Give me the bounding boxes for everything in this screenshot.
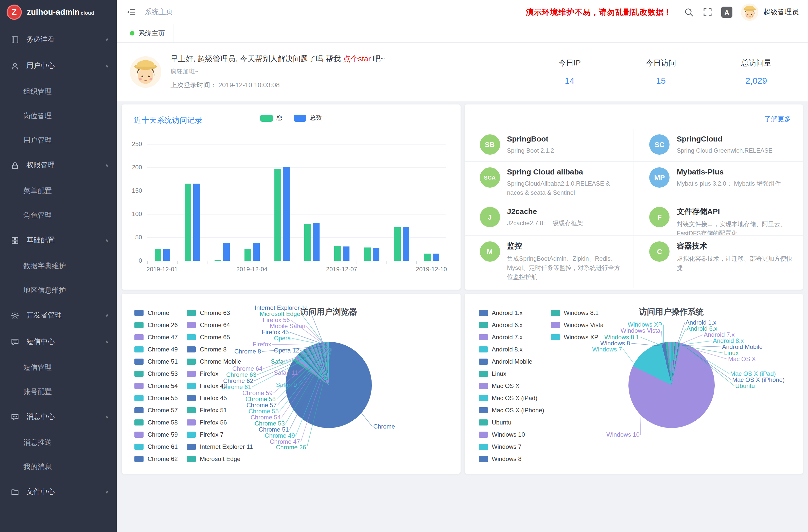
sidebar-subitem[interactable]: 用户管理 (0, 128, 117, 152)
legend-item[interactable]: Chrome 65 (187, 331, 239, 343)
legend-item[interactable]: Chrome (134, 307, 187, 319)
legend-item[interactable]: Chrome 61 (134, 441, 187, 453)
pie-legend: Android 1.xAndroid 6.xAndroid 7.xAndroid… (479, 307, 623, 465)
breadcrumb[interactable]: 系统主页 (145, 7, 173, 17)
sidebar-subitem[interactable]: 角色管理 (0, 203, 117, 227)
sidebar-subitem[interactable]: 短信管理 (0, 355, 117, 379)
legend-item[interactable]: Chrome 8 (187, 343, 239, 355)
bar-group[interactable] (417, 144, 446, 261)
legend-item[interactable]: Mac OS X (iPad) (479, 392, 551, 404)
fullscreen-icon[interactable] (702, 7, 713, 17)
pie-callout-label: Safari 9 (276, 382, 297, 388)
legend-item[interactable]: Firefox 42 (187, 380, 239, 392)
legend-item[interactable]: Android Mobile (479, 355, 551, 368)
legend-item[interactable]: Chrome 47 (134, 331, 187, 343)
sidebar-subitem[interactable]: 组织管理 (0, 79, 117, 104)
logo[interactable]: Z zuihou-admincloud (0, 0, 117, 24)
legend-item[interactable]: Chrome 64 (187, 319, 239, 331)
sidebar-item[interactable]: 基础配置∧ (0, 227, 117, 254)
browser-pie[interactable] (286, 342, 372, 428)
legend-swatch (187, 444, 196, 450)
legend-item[interactable]: Firefox (187, 368, 239, 380)
legend-item[interactable]: Firefox 51 (187, 404, 239, 416)
legend-item[interactable]: Windows 7 (479, 441, 551, 453)
legend-item[interactable]: Firefox 45 (187, 392, 239, 404)
legend-item-total[interactable]: 总数 (294, 114, 322, 122)
search-icon[interactable] (684, 7, 694, 17)
bar-group[interactable] (327, 144, 356, 261)
star-link[interactable]: 点个star (343, 54, 371, 63)
sidebar-subitem[interactable]: 消息推送 (0, 430, 117, 454)
legend-item[interactable]: Windows Vista (551, 319, 623, 331)
bar-group[interactable] (386, 144, 417, 261)
legend-item[interactable]: Chrome 51 (134, 355, 187, 368)
sidebar-subitem[interactable]: 岗位管理 (0, 104, 117, 128)
legend-item[interactable]: Linux (479, 368, 551, 380)
legend-item[interactable]: Chrome Mobile (187, 355, 239, 368)
sidebar-subitem[interactable]: 数据字典维护 (0, 254, 117, 278)
legend-item[interactable]: Chrome 59 (134, 428, 187, 441)
legend-item[interactable]: Chrome 62 (134, 453, 187, 465)
sidebar-item[interactable]: 文件中心∨ (0, 479, 117, 505)
learn-more-link[interactable]: 了解更多 (765, 115, 791, 124)
collapse-sidebar-icon[interactable] (126, 7, 136, 17)
sidebar-item[interactable]: 务必详看∨ (0, 26, 117, 53)
sidebar-item[interactable]: 用户中心∧ (0, 53, 117, 79)
sidebar-item[interactable]: 开发者管理∨ (0, 302, 117, 329)
legend-item[interactable]: Chrome 26 (134, 319, 187, 331)
sidebar-item[interactable]: 短信中心∧ (0, 329, 117, 355)
tech-desc: 虚拟化容器技术，让迁移、部署更加方便快捷 (677, 254, 794, 272)
legend-item[interactable]: Firefox 7 (187, 428, 239, 441)
sidebar-item[interactable]: 权限管理∧ (0, 152, 117, 179)
sidebar-subitem[interactable]: 账号配置 (0, 379, 117, 404)
pie-callout-label: Windows XP (628, 322, 662, 328)
bar-group[interactable] (356, 144, 386, 261)
bar-group[interactable] (207, 144, 237, 261)
legend-item[interactable]: Mac OS X (iPhone) (479, 404, 551, 416)
legend-item[interactable]: Chrome 55 (134, 392, 187, 404)
user-icon (10, 61, 19, 71)
legend-item[interactable]: Windows 10 (479, 428, 551, 441)
sidebar-subitem[interactable]: 我的消息 (0, 454, 117, 479)
font-size-icon[interactable]: A (721, 6, 732, 18)
legend-swatch (479, 432, 488, 438)
bar-group[interactable] (297, 144, 327, 261)
bar-group[interactable] (147, 144, 177, 261)
legend-item[interactable]: Android 1.x (479, 307, 551, 319)
sidebar-subitem[interactable]: 菜单配置 (0, 179, 117, 203)
legend-item[interactable]: Chrome 58 (134, 416, 187, 428)
legend-label: Chrome 51 (148, 358, 178, 365)
legend-item[interactable]: Microsoft Edge (187, 453, 239, 465)
legend-item[interactable]: Chrome 49 (134, 343, 187, 355)
tab-home[interactable]: 系统主页 (122, 24, 173, 42)
legend-item[interactable]: Chrome 53 (134, 368, 187, 380)
bar-group[interactable] (177, 144, 207, 261)
legend-item[interactable]: Android 8.x (479, 343, 551, 355)
sidebar-subitem[interactable]: 地区信息维护 (0, 278, 117, 302)
legend-label: Chrome 58 (148, 419, 178, 426)
chevron-down-icon: ∨ (105, 37, 109, 42)
legend-item[interactable]: Windows 8.1 (551, 307, 623, 319)
x-axis-label: 2019-12-10 (416, 266, 447, 273)
legend-item[interactable]: Internet Explorer 11 (187, 441, 239, 453)
sidebar-item[interactable]: 消息中心∧ (0, 404, 117, 430)
legend-item[interactable]: Ubuntu (479, 416, 551, 428)
legend-item[interactable]: Android 6.x (479, 319, 551, 331)
bar-group[interactable] (267, 144, 297, 261)
bar-group[interactable] (237, 144, 267, 261)
legend-item[interactable]: Chrome 57 (134, 404, 187, 416)
legend-item-yours[interactable]: 您 (260, 114, 282, 122)
avatar[interactable] (741, 3, 758, 21)
os-pie[interactable] (628, 342, 714, 428)
legend-item[interactable]: Chrome 63 (187, 307, 239, 319)
legend-label: Android 1.x (492, 309, 522, 316)
username[interactable]: 超级管理员 (764, 7, 799, 17)
legend-item[interactable]: Chrome 54 (134, 380, 187, 392)
legend-swatch (551, 310, 560, 316)
legend-swatch (134, 432, 144, 438)
legend-item[interactable]: Windows 8 (479, 453, 551, 465)
legend-item[interactable]: Windows XP (551, 331, 623, 343)
legend-item[interactable]: Firefox 56 (187, 416, 239, 428)
legend-item[interactable]: Android 7.x (479, 331, 551, 343)
legend-item[interactable]: Mac OS X (479, 380, 551, 392)
